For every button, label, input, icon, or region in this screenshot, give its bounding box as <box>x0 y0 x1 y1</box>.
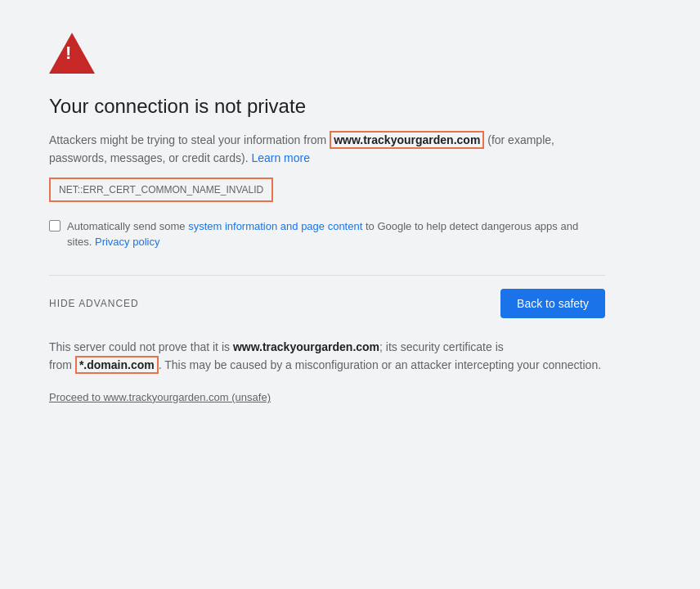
advanced-domain: www.trackyourgarden.com <box>233 340 379 353</box>
system-info-link[interactable]: system information and page content <box>188 220 362 232</box>
cert-domain-highlighted: *.domain.com <box>75 356 159 374</box>
page-title: Your connection is not private <box>49 95 605 118</box>
advanced-suffix: . This may be caused by a misconfigurati… <box>159 358 601 371</box>
highlighted-domain: www.trackyourgarden.com <box>330 131 484 149</box>
description-prefix: Attackers might be trying to steal your … <box>49 133 330 146</box>
error-code-box: NET::ERR_CERT_COMMON_NAME_INVALID <box>49 178 273 202</box>
advanced-info-text: This server could not prove that it is w… <box>49 338 605 375</box>
checkbox-label: Automatically send some system informati… <box>67 218 605 250</box>
action-row: HIDE ADVANCED Back to safety <box>49 289 605 318</box>
back-to-safety-button[interactable]: Back to safety <box>500 289 605 318</box>
divider <box>49 275 605 276</box>
proceed-unsafe-link[interactable]: Proceed to www.trackyourgarden.com (unsa… <box>49 391 605 403</box>
checkbox-prefix: Automatically send some <box>67 220 188 232</box>
description-text: Attackers might be trying to steal your … <box>49 131 605 168</box>
warning-icon-container <box>49 33 95 79</box>
error-page: Your connection is not private Attackers… <box>49 33 605 403</box>
hide-advanced-button[interactable]: HIDE ADVANCED <box>49 298 139 309</box>
learn-more-link[interactable]: Learn more <box>251 151 310 164</box>
send-info-section: Automatically send some system informati… <box>49 218 605 250</box>
privacy-policy-link[interactable]: Privacy policy <box>95 236 159 248</box>
advanced-prefix: This server could not prove that it is <box>49 340 233 353</box>
send-info-checkbox[interactable] <box>49 220 61 232</box>
warning-triangle-icon <box>49 33 95 74</box>
error-code-text: NET::ERR_CERT_COMMON_NAME_INVALID <box>59 184 263 196</box>
